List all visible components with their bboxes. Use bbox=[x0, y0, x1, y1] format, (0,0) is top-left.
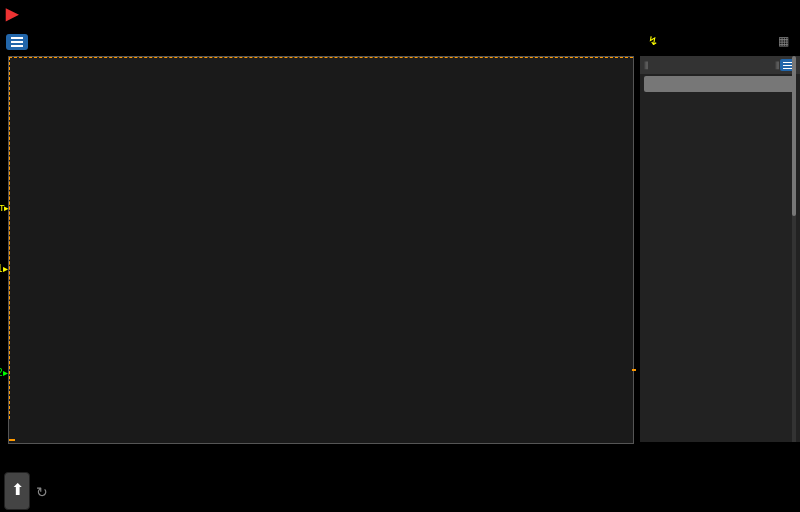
panel-scrollbar[interactable] bbox=[792, 56, 796, 442]
top-status-bar: ↯ ▦ bbox=[0, 34, 800, 50]
topbar-menu-icon[interactable]: ▦ bbox=[778, 34, 789, 48]
ch2-ground-marker: 2▸ bbox=[0, 367, 8, 378]
cursor-x2-tag bbox=[9, 439, 15, 441]
cursor-y2-line[interactable] bbox=[9, 57, 633, 58]
softkey-menu: ⬆ ↻ bbox=[0, 455, 800, 512]
refresh-icon[interactable]: ↻ bbox=[32, 474, 52, 510]
back-button[interactable]: ⬆ bbox=[4, 472, 30, 510]
cursor-x2-line[interactable] bbox=[9, 57, 10, 419]
trigger-slope-icon[interactable]: ↯ bbox=[648, 34, 658, 48]
cursor-y2-tag bbox=[632, 369, 636, 371]
panel-nav-left-icon[interactable]: ⦀ bbox=[644, 59, 649, 72]
trigger-marker: T▸ bbox=[0, 203, 10, 213]
ch1-ground-marker: 1▸ bbox=[0, 263, 8, 274]
brand-logo: ▶ bbox=[6, 4, 20, 21]
measurements-panel: ⦀ ⦀ bbox=[640, 56, 800, 442]
waveform-area[interactable]: T▸ 1▸ 2▸ bbox=[8, 56, 634, 444]
cursor-mode-badge[interactable] bbox=[644, 76, 796, 92]
